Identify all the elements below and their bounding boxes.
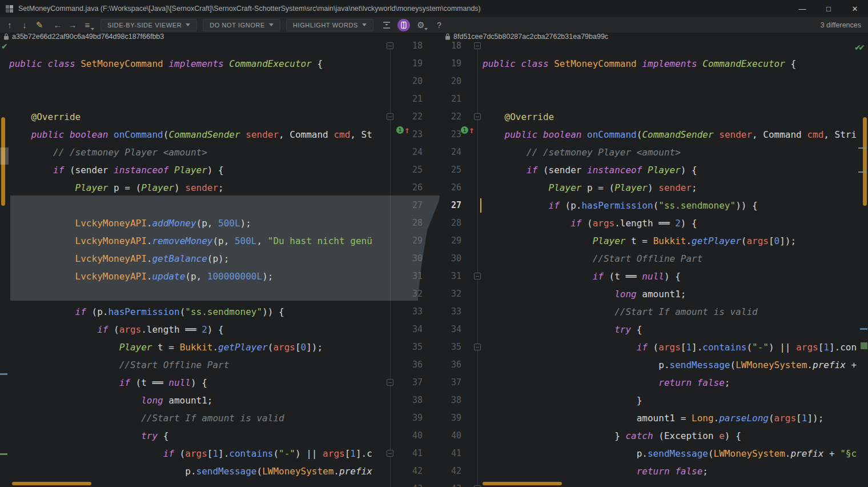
- overriding-method-marker[interactable]: 1 ↑: [461, 126, 475, 134]
- code-line-23[interactable]: public boolean onCommand(CommandSender s…: [483, 126, 868, 143]
- back-arrow-icon[interactable]: ←: [50, 18, 65, 32]
- code-line-37[interactable]: if (t ══ null) {: [9, 374, 390, 392]
- line-number: 34: [429, 321, 461, 338]
- toolbar: ↑ ↓ ✎ ← → ≡ SIDE-BY-SIDE VIEWER DO NOT I…: [0, 17, 868, 33]
- code-line-38[interactable]: long amount1;: [9, 392, 390, 409]
- line-number: 43: [391, 480, 423, 487]
- line-number: 39: [391, 409, 423, 427]
- line-number: 38: [429, 392, 461, 409]
- app-icon: [6, 5, 13, 13]
- code-line-39[interactable]: amount1 = Long.parseLong(args[1]);: [483, 409, 868, 427]
- code-line-22[interactable]: @Override: [483, 108, 868, 126]
- change-overview-mark-blue[interactable]: [860, 328, 867, 330]
- fold-marker-icon[interactable]: [387, 42, 393, 49]
- chevron-down-icon: [362, 23, 367, 26]
- code-line-36[interactable]: p.sendMessage(LWMoneySystem.prefix +: [483, 356, 868, 374]
- code-line-25[interactable]: if (sender instanceof Player) {: [483, 161, 868, 179]
- help-icon[interactable]: ?: [432, 18, 447, 32]
- up-arrow-icon[interactable]: ↑: [2, 18, 17, 32]
- right-code-pane[interactable]: public class SetMoneyCommand implements …: [478, 42, 868, 487]
- highlight-mode-button[interactable]: HIGHLIGHT WORDS: [286, 19, 373, 31]
- change-overview-mark-green[interactable]: [0, 453, 7, 455]
- line-number: 36: [429, 356, 461, 374]
- left-horizontal-scrollbar[interactable]: [12, 482, 91, 485]
- sync-scroll-icon[interactable]: [397, 19, 410, 31]
- override-up-arrow-icon: ↑: [469, 126, 475, 134]
- code-line-32[interactable]: long amount1;: [483, 285, 868, 303]
- code-line-23[interactable]: public boolean onCommand(CommandSender s…: [9, 126, 390, 143]
- right-vertical-scrollbar[interactable]: [863, 117, 867, 206]
- code-line-24[interactable]: // /setmoney Player <amount>: [9, 143, 390, 161]
- code-line-29[interactable]: Player t = Bukkit.getPlayer(args[0]);: [483, 232, 868, 250]
- code-line-26[interactable]: Player p = (Player) sender;: [483, 179, 868, 197]
- code-line-28[interactable]: LvckyMoneyAPI.addMoney(p, 500L);: [9, 214, 390, 232]
- code-line-25[interactable]: if (sender instanceof Player) {: [9, 161, 390, 179]
- code-line-27[interactable]: if (p.hasPermission("ss.sendmoney")) {: [483, 197, 868, 214]
- down-arrow-icon[interactable]: ↓: [17, 18, 32, 32]
- code-line-34[interactable]: if (args.length ══ 2) {: [9, 321, 390, 338]
- code-line-26[interactable]: Player p = (Player) sender;: [9, 179, 390, 197]
- fold-marker-icon[interactable]: [474, 273, 481, 280]
- ignore-policy-button[interactable]: DO NOT IGNORE: [203, 19, 280, 31]
- viewer-mode-button[interactable]: SIDE-BY-SIDE VIEWER: [101, 19, 197, 31]
- code-line-39[interactable]: //Start If amount is valid: [9, 409, 390, 427]
- code-line-33[interactable]: if (p.hasPermission("ss.sendmoney")) {: [9, 303, 390, 321]
- close-button[interactable]: ✕: [842, 0, 868, 17]
- code-line-24[interactable]: // /setmoney Player <amount>: [483, 143, 868, 161]
- code-line-30[interactable]: //Start Offline Part: [483, 250, 868, 268]
- overriding-method-marker[interactable]: 1 ↑: [396, 126, 410, 134]
- line-number: 21: [429, 90, 461, 108]
- fold-marker-icon[interactable]: [387, 113, 393, 120]
- left-file-hash: a35b72e66d22af90c6a49bd764d98c187f66fbb3: [12, 33, 164, 41]
- code-line-19[interactable]: public class SetMoneyCommand implements …: [483, 55, 868, 73]
- code-line-40[interactable]: } catch (Exception e) {: [483, 427, 868, 445]
- code-line-36[interactable]: //Start Offline Part: [9, 356, 390, 374]
- code-line-22[interactable]: @Override: [9, 108, 390, 126]
- change-overview-mark-green[interactable]: [861, 342, 867, 349]
- settings-gear-icon[interactable]: ⚙: [413, 18, 428, 32]
- file-hash-row: a35b72e66d22af90c6a49bd764d98c187f66fbb3…: [0, 33, 868, 42]
- code-line-35[interactable]: if (args[1].contains("-") || args[1].con: [483, 338, 868, 356]
- edit-pencil-icon[interactable]: ✎: [32, 18, 47, 32]
- fold-marker-icon[interactable]: [474, 344, 481, 350]
- minimize-button[interactable]: —: [789, 0, 815, 17]
- code-line-38[interactable]: }: [483, 392, 868, 409]
- chevron-down-icon: [91, 28, 94, 30]
- line-number: 35: [429, 338, 461, 356]
- code-line-34[interactable]: try {: [483, 321, 868, 338]
- collapse-unchanged-icon[interactable]: [379, 18, 394, 32]
- fold-marker-icon[interactable]: [474, 113, 481, 120]
- gear-glyph: ⚙: [417, 20, 424, 30]
- change-overview-mark-blue[interactable]: [0, 373, 7, 375]
- code-line-31[interactable]: LvckyMoneyAPI.update(p, 100000000L);: [9, 268, 390, 285]
- maximize-button[interactable]: □: [815, 0, 842, 17]
- forward-arrow-icon[interactable]: →: [65, 18, 80, 32]
- code-line-42[interactable]: return false;: [483, 462, 868, 480]
- code-line-30[interactable]: LvckyMoneyAPI.getBalance(p);: [9, 250, 390, 268]
- fold-marker-icon[interactable]: [387, 379, 393, 386]
- fold-marker-icon[interactable]: [474, 42, 481, 49]
- titlebar: SetMoneyCommand.java (F:\Workspace\[Java…: [0, 0, 868, 17]
- line-number: 40: [391, 427, 423, 445]
- code-line-19[interactable]: public class SetMoneyCommand implements …: [9, 55, 390, 73]
- code-line-42[interactable]: p.sendMessage(LWMoneySystem.prefix: [9, 462, 390, 480]
- fold-marker-icon[interactable]: [387, 450, 393, 457]
- line-number: 38: [391, 392, 423, 409]
- code-line-35[interactable]: Player t = Bukkit.getPlayer(args[0]);: [9, 338, 390, 356]
- code-line-37[interactable]: return false;: [483, 374, 868, 392]
- left-code-pane[interactable]: public class SetMoneyCommand implements …: [0, 42, 390, 487]
- line-number: 28: [429, 214, 461, 232]
- menu-list-icon[interactable]: ≡: [80, 18, 95, 32]
- code-line-29[interactable]: LvckyMoneyAPI.removeMoney(p, 500L, "Du h…: [9, 232, 390, 250]
- line-number: 24: [391, 143, 423, 161]
- override-up-arrow-icon: ↑: [404, 126, 410, 134]
- code-line-31[interactable]: if (t ══ null) {: [483, 268, 868, 285]
- code-line-40[interactable]: try {: [9, 427, 390, 445]
- implement-icon: 1: [396, 126, 404, 134]
- right-horizontal-scrollbar[interactable]: [483, 482, 562, 485]
- window-controls: — □ ✕: [789, 0, 868, 17]
- code-line-33[interactable]: //Start If amount is valid: [483, 303, 868, 321]
- code-line-41[interactable]: p.sendMessage(LWMoneySystem.prefix + "§c: [483, 445, 868, 462]
- code-line-41[interactable]: if (args[1].contains("-") || args[1].c: [9, 445, 390, 462]
- code-line-28[interactable]: if (args.length ══ 2) {: [483, 214, 868, 232]
